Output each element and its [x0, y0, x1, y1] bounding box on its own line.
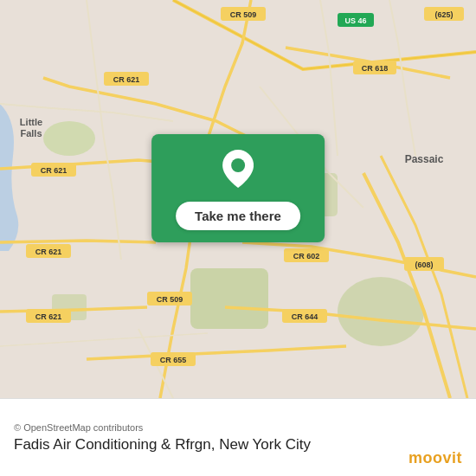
svg-text:CR 621: CR 621: [35, 312, 62, 321]
svg-text:Passaic: Passaic: [405, 153, 444, 165]
location-name: Fadis Air Conditioning & Rfrgn, New York…: [14, 436, 462, 453]
svg-text:Little: Little: [20, 117, 42, 127]
map-attribution: © OpenStreetMap contributors: [14, 422, 462, 433]
moovit-logo: moovit: [408, 449, 462, 467]
map-container: CR 509 US 46 (625) CR 618 CR 621 CR 621 …: [0, 0, 476, 398]
svg-text:CR 621: CR 621: [113, 75, 140, 84]
svg-text:CR 655: CR 655: [160, 356, 187, 364]
svg-text:US 46: US 46: [344, 16, 366, 25]
svg-text:CR 509: CR 509: [157, 295, 183, 304]
moovit-logo-text: moovit: [408, 449, 462, 466]
svg-text:CR 602: CR 602: [293, 252, 320, 261]
svg-text:CR 644: CR 644: [292, 312, 318, 321]
svg-rect-2: [190, 268, 268, 329]
location-pin-icon: [222, 150, 254, 191]
svg-point-37: [231, 158, 245, 172]
svg-point-4: [338, 277, 424, 346]
svg-text:CR 621: CR 621: [35, 248, 62, 256]
svg-text:CR 618: CR 618: [362, 64, 389, 73]
svg-point-1: [43, 121, 95, 156]
svg-text:(625): (625): [434, 10, 453, 19]
green-box: Take me there: [151, 134, 325, 242]
svg-text:CR 509: CR 509: [230, 10, 257, 19]
take-me-there-button[interactable]: Take me there: [176, 202, 300, 230]
bottom-bar: © OpenStreetMap contributors Fadis Air C…: [0, 398, 476, 476]
svg-text:(608): (608): [415, 261, 433, 269]
take-me-there-overlay: Take me there: [151, 134, 325, 242]
svg-text:CR 621: CR 621: [41, 166, 68, 175]
svg-text:Falls: Falls: [20, 128, 42, 138]
